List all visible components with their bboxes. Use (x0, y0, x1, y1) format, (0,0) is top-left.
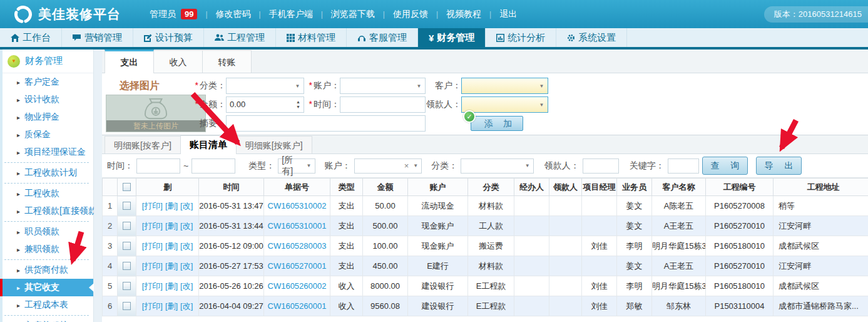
edit-link[interactable]: [改] (180, 261, 193, 271)
doc-number-link[interactable]: CW1605310002 (268, 201, 327, 210)
sidebar-item-9[interactable]: ▸兼职领款 (0, 241, 93, 258)
table-row: 6[打印][删][改]2016-04-04 09:27CW1605260001收… (103, 296, 868, 316)
triangle-right-icon: ▸ (17, 190, 20, 197)
row-checkbox[interactable] (123, 222, 131, 230)
row-checkbox[interactable] (123, 302, 131, 310)
edit-link[interactable]: [改] (180, 221, 193, 231)
sidebar-item-12[interactable]: ▸工程成本表 (0, 296, 93, 314)
keyword-filter-input[interactable] (668, 158, 699, 174)
sidebar-item-5[interactable]: ▸工程收款计划 (0, 164, 93, 182)
type-filter-select[interactable]: [所有]▼ (278, 158, 315, 174)
customer-select[interactable]: ▼ (461, 78, 548, 94)
summary-input[interactable] (226, 115, 426, 132)
nav-item-label: 客服管理 (369, 32, 407, 44)
sidebar-item-0[interactable]: ▸客户定金 (0, 73, 93, 91)
delete-link[interactable]: [删] (165, 281, 178, 291)
delete-link[interactable]: [删] (165, 301, 178, 311)
row-checkbox[interactable] (123, 242, 131, 250)
topbar-menu-item-3[interactable]: 使用反馈 (393, 9, 428, 20)
edit-link[interactable]: [改] (180, 301, 193, 311)
add-button[interactable]: ✓添 加 (471, 116, 523, 131)
payee-select[interactable]: ▼ (461, 96, 548, 113)
topbar-menu-item-0[interactable]: 修改密码 (216, 9, 251, 20)
notification-badge[interactable]: 99 (181, 9, 197, 19)
sidebar-item-label: 其它收支 (24, 282, 59, 293)
topbar-menu-item-4[interactable]: 视频教程 (446, 9, 481, 20)
admin-menu-item[interactable]: 管理员 (150, 9, 176, 20)
category-select[interactable]: ▼ (226, 78, 304, 94)
delete-link[interactable]: [删] (165, 221, 178, 231)
nav-item-3[interactable]: 工程管理 (204, 28, 276, 47)
sidebar-divider (4, 315, 89, 316)
subtab-1[interactable]: 账目清单 (180, 135, 237, 154)
row-checkbox[interactable] (123, 282, 131, 290)
nav-item-0[interactable]: 工作台 (0, 28, 62, 47)
nav-item-4[interactable]: 材料管理 (276, 28, 347, 47)
account-filter-select[interactable]: ×▼ (354, 158, 422, 174)
print-link[interactable]: [打印] (142, 221, 163, 231)
edit-link[interactable]: [改] (180, 241, 193, 251)
doc-number-link[interactable]: CW1605310001 (268, 221, 327, 231)
sidebar-item-10[interactable]: ▸供货商付款 (0, 261, 93, 279)
topbar-menu-item-1[interactable]: 手机客户端 (269, 9, 313, 20)
tab-0[interactable]: 支出 (105, 49, 154, 73)
sidebar-item-13[interactable]: ▸入库单稽核 (0, 317, 93, 322)
cell-payee (549, 256, 582, 276)
delete-link[interactable]: [删] (165, 261, 178, 271)
topbar-menu-item-2[interactable]: 浏览器下载 (331, 9, 375, 20)
nav-item-6[interactable]: ¥财务管理 (418, 28, 486, 47)
dropdown-arrow-icon: ▼ (536, 98, 547, 112)
row-actions: [打印][删][改] (136, 236, 199, 256)
payee-filter-input[interactable] (583, 158, 619, 174)
nav-item-5[interactable]: 客服管理 (347, 28, 418, 47)
print-link[interactable]: [打印] (142, 241, 163, 251)
sidebar-item-1[interactable]: ▸设计收款 (0, 91, 93, 108)
row-checkbox[interactable] (123, 262, 131, 270)
nav-item-2[interactable]: 设计预算 (133, 28, 204, 47)
cell-salesman: 李明 (617, 236, 652, 256)
print-link[interactable]: [打印] (142, 201, 163, 210)
row-actions: [打印][删][改] (136, 216, 199, 236)
sidebar-item-6[interactable]: ▸工程收款 (0, 185, 93, 202)
delete-link[interactable]: [删] (165, 241, 178, 251)
clear-icon[interactable]: × (404, 161, 409, 170)
time-to-input[interactable] (191, 158, 235, 174)
tab-2[interactable]: 转账 (202, 50, 252, 73)
topbar-menu-item-5[interactable]: 退出 (499, 9, 517, 20)
edit-link[interactable]: [改] (180, 281, 193, 291)
amount-stepper[interactable]: 0.00 ▲▼ (226, 96, 304, 113)
nav-item-1[interactable]: 营销管理 (62, 28, 133, 47)
doc-number-link[interactable]: CW1605260001 (268, 301, 327, 311)
print-link[interactable]: [打印] (142, 301, 163, 311)
account-select[interactable]: ▼ (340, 78, 426, 94)
time-from-input[interactable] (136, 158, 180, 174)
filter-bar: 时间： ~ 类型： [所有]▼ 账户： ×▼ 分类： ▼ 领款人： 关键字： 查… (102, 154, 868, 178)
doc-number-link[interactable]: CW1605260002 (268, 281, 327, 291)
search-button[interactable]: 查 询 (702, 157, 748, 175)
nav-item-8[interactable]: 系统设置 (556, 28, 627, 47)
sidebar-item-11[interactable]: ▸其它收支 (0, 279, 93, 296)
sidebar-item-label: 项目经理保证金 (24, 147, 86, 158)
nav-item-7[interactable]: 统计分析 (486, 28, 556, 47)
row-checkbox[interactable] (123, 202, 131, 210)
doc-number-link[interactable]: CW1605270001 (268, 261, 327, 271)
subtab-0[interactable]: 明细账[按客户] (105, 136, 181, 153)
export-button[interactable]: 导 出 (756, 157, 802, 175)
sidebar-item-7[interactable]: ▸工程领款[直接领款] (0, 202, 93, 220)
delete-link[interactable]: [删] (165, 201, 178, 210)
print-link[interactable]: [打印] (142, 261, 163, 271)
print-link[interactable]: [打印] (142, 281, 163, 291)
doc-number-link[interactable]: CW1605280003 (268, 241, 327, 251)
select-all-checkbox[interactable] (123, 183, 131, 191)
tab-1[interactable]: 收入 (153, 50, 203, 73)
stepper-arrows-icon[interactable]: ▲▼ (294, 98, 302, 112)
sidebar-item-4[interactable]: ▸项目经理保证金 (0, 143, 93, 161)
sidebar-header[interactable]: ▼ 财务管理 (0, 49, 93, 73)
sidebar-item-2[interactable]: ▸物业押金 (0, 108, 93, 126)
edit-link[interactable]: [改] (180, 201, 193, 210)
time-input[interactable] (340, 96, 426, 113)
category-filter-select[interactable]: ▼ (461, 158, 534, 174)
subtab-2[interactable]: 明细账[按账户] (236, 136, 312, 153)
sidebar-item-8[interactable]: ▸职员领款 (0, 223, 93, 241)
sidebar-item-3[interactable]: ▸质保金 (0, 126, 93, 143)
